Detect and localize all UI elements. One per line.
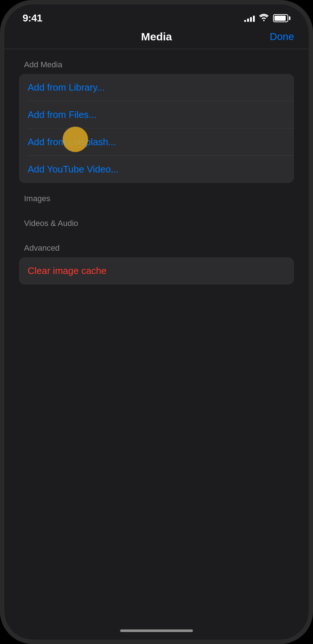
home-indicator [4, 621, 309, 640]
wifi-icon [259, 14, 269, 23]
status-icons [244, 14, 290, 23]
add-library-item[interactable]: Add from Library... [19, 74, 294, 101]
add-library-label: Add from Library... [28, 82, 105, 93]
images-label: Images [19, 183, 294, 208]
add-files-item[interactable]: Add from Files... [19, 101, 294, 128]
phone-screen: 9:41 [4, 4, 309, 640]
videos-audio-label: Videos & Audio [19, 208, 294, 232]
add-unsplash-item[interactable]: Add from Unsplash... [19, 128, 294, 156]
advanced-group: Clear image cache [19, 257, 294, 285]
signal-icon [244, 15, 255, 22]
add-unsplash-label: Add from Unsplash... [28, 136, 116, 148]
add-media-label: Add Media [19, 49, 294, 74]
home-bar [120, 629, 193, 632]
nav-bar: Media Done [4, 25, 309, 49]
status-time: 9:41 [23, 12, 42, 24]
add-youtube-item[interactable]: Add YouTube Video... [19, 156, 294, 183]
advanced-label: Advanced [19, 232, 294, 257]
content-area: Add Media Add from Library... Add from F… [4, 49, 309, 621]
clear-cache-label: Clear image cache [28, 265, 107, 277]
add-youtube-label: Add YouTube Video... [28, 164, 119, 175]
battery-icon [273, 14, 290, 22]
phone-shell: 9:41 [0, 0, 313, 644]
status-bar: 9:41 [4, 4, 309, 25]
add-media-group: Add from Library... Add from Files... Ad… [19, 74, 294, 183]
nav-title: Media [141, 31, 172, 43]
clear-cache-item[interactable]: Clear image cache [19, 257, 294, 285]
add-files-label: Add from Files... [28, 109, 96, 120]
done-button[interactable]: Done [270, 31, 294, 43]
